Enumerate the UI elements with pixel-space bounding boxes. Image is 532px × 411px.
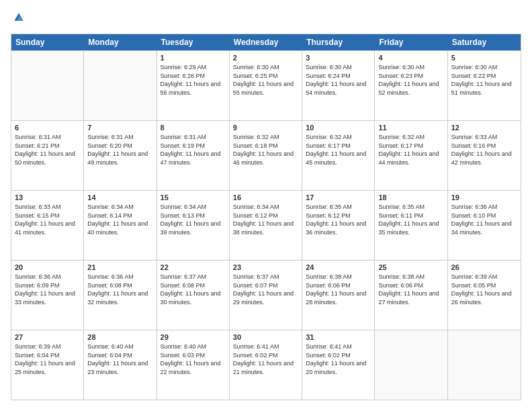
calendar-header: SundayMondayTuesdayWednesdayThursdayFrid…: [11, 34, 521, 50]
day-number: 19: [451, 193, 517, 201]
calendar-cell-29: 29Sunrise: 6:40 AM Sunset: 6:03 PM Dayli…: [157, 330, 230, 400]
calendar-row-3: 20Sunrise: 6:36 AM Sunset: 6:09 PM Dayli…: [11, 260, 521, 330]
calendar-cell-31: 31Sunrise: 6:41 AM Sunset: 6:02 PM Dayli…: [302, 330, 375, 400]
cell-info: Sunrise: 6:40 AM Sunset: 6:04 PM Dayligh…: [87, 342, 152, 376]
calendar-cell-empty: [375, 330, 447, 400]
calendar-row-2: 13Sunrise: 6:33 AM Sunset: 6:15 PM Dayli…: [11, 190, 521, 260]
day-number: 18: [378, 193, 443, 201]
calendar-cell-6: 6Sunrise: 6:31 AM Sunset: 6:21 PM Daylig…: [11, 121, 84, 190]
header-day-monday: Monday: [84, 34, 157, 50]
day-number: 11: [378, 124, 443, 132]
cell-info: Sunrise: 6:31 AM Sunset: 6:21 PM Dayligh…: [15, 133, 80, 167]
header: [11, 11, 521, 27]
header-day-friday: Friday: [375, 34, 447, 50]
day-number: 29: [161, 333, 226, 341]
cell-info: Sunrise: 6:37 AM Sunset: 6:07 PM Dayligh…: [233, 273, 298, 306]
calendar-cell-empty: [11, 51, 84, 120]
calendar: SundayMondayTuesdayWednesdayThursdayFrid…: [11, 34, 521, 400]
cell-info: Sunrise: 6:34 AM Sunset: 6:12 PM Dayligh…: [233, 203, 298, 236]
calendar-cell-4: 4Sunrise: 6:30 AM Sunset: 6:23 PM Daylig…: [375, 51, 447, 120]
cell-info: Sunrise: 6:39 AM Sunset: 6:05 PM Dayligh…: [451, 273, 517, 306]
cell-info: Sunrise: 6:34 AM Sunset: 6:13 PM Dayligh…: [161, 203, 226, 236]
calendar-cell-3: 3Sunrise: 6:30 AM Sunset: 6:24 PM Daylig…: [302, 51, 375, 120]
calendar-cell-17: 17Sunrise: 6:35 AM Sunset: 6:12 PM Dayli…: [302, 191, 375, 260]
cell-info: Sunrise: 6:30 AM Sunset: 6:23 PM Dayligh…: [378, 63, 443, 97]
day-number: 9: [233, 124, 298, 132]
day-number: 24: [306, 263, 371, 271]
cell-info: Sunrise: 6:36 AM Sunset: 6:08 PM Dayligh…: [87, 273, 152, 306]
cell-info: Sunrise: 6:31 AM Sunset: 6:20 PM Dayligh…: [87, 133, 152, 167]
cell-info: Sunrise: 6:41 AM Sunset: 6:02 PM Dayligh…: [306, 342, 371, 376]
cell-info: Sunrise: 6:32 AM Sunset: 6:18 PM Dayligh…: [233, 133, 298, 167]
day-number: 5: [451, 54, 517, 62]
calendar-cell-21: 21Sunrise: 6:36 AM Sunset: 6:08 PM Dayli…: [84, 261, 157, 330]
cell-info: Sunrise: 6:32 AM Sunset: 6:17 PM Dayligh…: [306, 133, 371, 167]
header-day-saturday: Saturday: [448, 34, 521, 50]
day-number: 2: [233, 54, 298, 62]
day-number: 4: [378, 54, 443, 62]
cell-info: Sunrise: 6:30 AM Sunset: 6:22 PM Dayligh…: [451, 63, 517, 97]
day-number: 27: [15, 333, 80, 341]
calendar-cell-11: 11Sunrise: 6:32 AM Sunset: 6:17 PM Dayli…: [375, 121, 447, 190]
calendar-cell-2: 2Sunrise: 6:30 AM Sunset: 6:25 PM Daylig…: [230, 51, 302, 120]
calendar-row-0: 1Sunrise: 6:29 AM Sunset: 6:26 PM Daylig…: [11, 50, 521, 120]
day-number: 21: [87, 263, 152, 271]
cell-info: Sunrise: 6:31 AM Sunset: 6:19 PM Dayligh…: [161, 133, 226, 167]
cell-info: Sunrise: 6:36 AM Sunset: 6:09 PM Dayligh…: [15, 273, 80, 306]
calendar-cell-12: 12Sunrise: 6:33 AM Sunset: 6:16 PM Dayli…: [448, 121, 521, 190]
day-number: 28: [87, 333, 152, 341]
cell-info: Sunrise: 6:35 AM Sunset: 6:12 PM Dayligh…: [306, 203, 371, 236]
calendar-cell-10: 10Sunrise: 6:32 AM Sunset: 6:17 PM Dayli…: [302, 121, 375, 190]
cell-info: Sunrise: 6:36 AM Sunset: 6:10 PM Dayligh…: [451, 203, 517, 236]
day-number: 17: [306, 193, 371, 201]
calendar-cell-25: 25Sunrise: 6:38 AM Sunset: 6:06 PM Dayli…: [375, 261, 447, 330]
calendar-cell-7: 7Sunrise: 6:31 AM Sunset: 6:20 PM Daylig…: [84, 121, 157, 190]
calendar-cell-empty: [84, 51, 157, 120]
day-number: 8: [161, 124, 226, 132]
day-number: 7: [87, 124, 152, 132]
calendar-cell-30: 30Sunrise: 6:41 AM Sunset: 6:02 PM Dayli…: [230, 330, 302, 400]
day-number: 1: [161, 54, 226, 62]
cell-info: Sunrise: 6:30 AM Sunset: 6:25 PM Dayligh…: [233, 63, 298, 97]
day-number: 26: [451, 263, 517, 271]
calendar-cell-18: 18Sunrise: 6:35 AM Sunset: 6:11 PM Dayli…: [375, 191, 447, 260]
cell-info: Sunrise: 6:35 AM Sunset: 6:11 PM Dayligh…: [378, 203, 443, 236]
day-number: 16: [233, 193, 298, 201]
cell-info: Sunrise: 6:33 AM Sunset: 6:15 PM Dayligh…: [15, 203, 80, 236]
cell-info: Sunrise: 6:29 AM Sunset: 6:26 PM Dayligh…: [161, 63, 226, 97]
calendar-cell-13: 13Sunrise: 6:33 AM Sunset: 6:15 PM Dayli…: [11, 191, 84, 260]
header-day-sunday: Sunday: [11, 34, 84, 50]
calendar-cell-14: 14Sunrise: 6:34 AM Sunset: 6:14 PM Dayli…: [84, 191, 157, 260]
header-day-tuesday: Tuesday: [157, 34, 230, 50]
calendar-cell-9: 9Sunrise: 6:32 AM Sunset: 6:18 PM Daylig…: [230, 121, 302, 190]
day-number: 25: [378, 263, 443, 271]
calendar-cell-1: 1Sunrise: 6:29 AM Sunset: 6:26 PM Daylig…: [157, 51, 230, 120]
day-number: 15: [161, 193, 226, 201]
cell-info: Sunrise: 6:30 AM Sunset: 6:24 PM Dayligh…: [306, 63, 371, 97]
cell-info: Sunrise: 6:38 AM Sunset: 6:06 PM Dayligh…: [306, 273, 371, 306]
calendar-row-4: 27Sunrise: 6:39 AM Sunset: 6:04 PM Dayli…: [11, 330, 521, 400]
cell-info: Sunrise: 6:33 AM Sunset: 6:16 PM Dayligh…: [451, 133, 517, 167]
day-number: 6: [15, 124, 80, 132]
calendar-cell-28: 28Sunrise: 6:40 AM Sunset: 6:04 PM Dayli…: [84, 330, 157, 400]
cell-info: Sunrise: 6:41 AM Sunset: 6:02 PM Dayligh…: [233, 342, 298, 376]
day-number: 22: [161, 263, 226, 271]
calendar-cell-15: 15Sunrise: 6:34 AM Sunset: 6:13 PM Dayli…: [157, 191, 230, 260]
calendar-cell-8: 8Sunrise: 6:31 AM Sunset: 6:19 PM Daylig…: [157, 121, 230, 190]
day-number: 14: [87, 193, 152, 201]
day-number: 23: [233, 263, 298, 271]
calendar-cell-5: 5Sunrise: 6:30 AM Sunset: 6:22 PM Daylig…: [448, 51, 521, 120]
calendar-cell-16: 16Sunrise: 6:34 AM Sunset: 6:12 PM Dayli…: [230, 191, 302, 260]
day-number: 12: [451, 124, 517, 132]
calendar-cell-empty: [448, 330, 521, 400]
calendar-cell-22: 22Sunrise: 6:37 AM Sunset: 6:08 PM Dayli…: [157, 261, 230, 330]
day-number: 20: [15, 263, 80, 271]
day-number: 13: [15, 193, 80, 201]
day-number: 31: [306, 333, 371, 341]
calendar-cell-20: 20Sunrise: 6:36 AM Sunset: 6:09 PM Dayli…: [11, 261, 84, 330]
page: SundayMondayTuesdayWednesdayThursdayFrid…: [0, 0, 532, 411]
calendar-cell-27: 27Sunrise: 6:39 AM Sunset: 6:04 PM Dayli…: [11, 330, 84, 400]
cell-info: Sunrise: 6:34 AM Sunset: 6:14 PM Dayligh…: [87, 203, 152, 236]
cell-info: Sunrise: 6:32 AM Sunset: 6:17 PM Dayligh…: [378, 133, 443, 167]
cell-info: Sunrise: 6:37 AM Sunset: 6:08 PM Dayligh…: [161, 273, 226, 306]
